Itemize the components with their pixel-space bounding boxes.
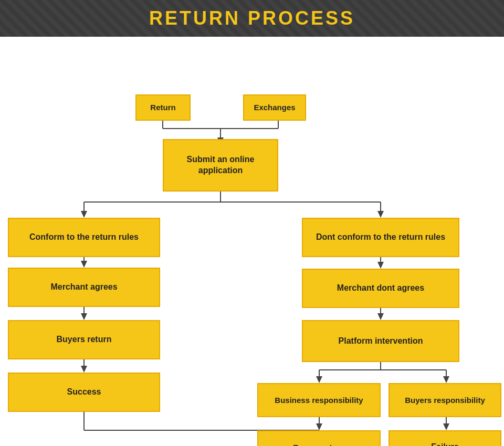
svg-marker-29	[316, 376, 322, 383]
submit-box: Submit an online application	[163, 139, 278, 192]
header-title: RETURN PROCESS	[149, 7, 355, 29]
merchant-dont-box: Merchant dont agrees	[302, 269, 459, 308]
svg-marker-18	[81, 366, 87, 373]
header: RETURN PROCESS	[0, 0, 504, 37]
merchant-agrees-box: Merchant agrees	[8, 268, 160, 307]
svg-marker-31	[443, 376, 449, 383]
buyers-resp-box: Buyers responsibility	[388, 383, 501, 417]
success-box: Success	[8, 373, 160, 412]
buyers-return-left-box: Buyers return	[8, 320, 160, 359]
svg-marker-25	[377, 313, 384, 320]
svg-marker-23	[377, 262, 384, 269]
return-box: Return	[135, 94, 191, 121]
buyers-return-right-box: Buyers return	[257, 430, 381, 446]
exchanges-box: Exchanges	[243, 94, 306, 121]
dont-conform-box: Dont conform to the return rules	[302, 218, 459, 257]
conform-box: Conform to the return rules	[8, 218, 160, 257]
svg-marker-14	[81, 261, 87, 268]
svg-marker-8	[81, 211, 87, 218]
failure-box: Failure	[388, 430, 501, 446]
svg-marker-16	[81, 313, 87, 320]
platform-box: Platform intervention	[302, 320, 459, 362]
business-resp-box: Business responsibility	[257, 383, 381, 417]
diagram: Return Exchanges Submit an online applic…	[0, 37, 504, 446]
svg-marker-33	[316, 423, 322, 430]
svg-marker-35	[443, 423, 449, 430]
svg-marker-12	[377, 211, 384, 218]
